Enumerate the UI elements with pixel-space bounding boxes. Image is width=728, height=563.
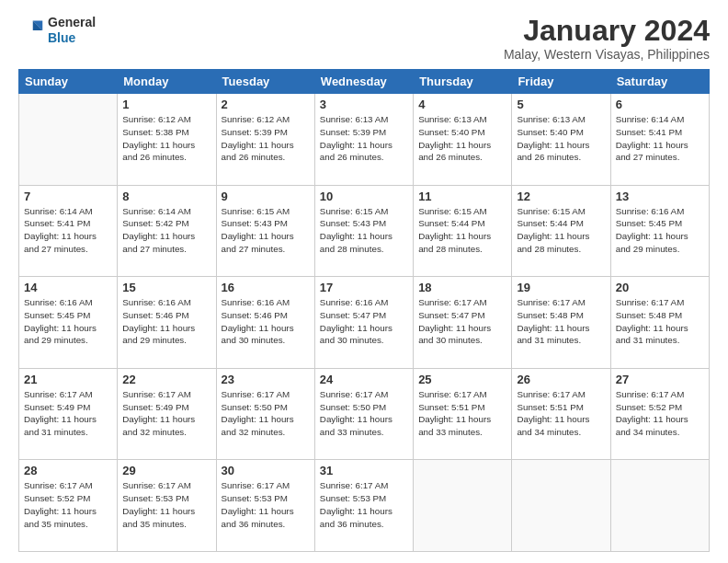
calendar-cell: 3Sunrise: 6:13 AM Sunset: 5:39 PM Daylig… <box>314 94 413 186</box>
calendar-cell: 21Sunrise: 6:17 AM Sunset: 5:49 PM Dayli… <box>19 368 118 460</box>
day-info: Sunrise: 6:12 AM Sunset: 5:38 PM Dayligh… <box>122 113 210 164</box>
calendar-cell: 11Sunrise: 6:15 AM Sunset: 5:44 PM Dayli… <box>414 185 512 277</box>
calendar-cell: 4Sunrise: 6:13 AM Sunset: 5:40 PM Daylig… <box>414 94 512 186</box>
calendar-cell: 30Sunrise: 6:17 AM Sunset: 5:53 PM Dayli… <box>216 460 314 552</box>
day-number: 1 <box>122 98 210 111</box>
calendar-cell: 14Sunrise: 6:16 AM Sunset: 5:45 PM Dayli… <box>19 277 118 369</box>
subtitle: Malay, Western Visayas, Philippines <box>504 47 710 62</box>
day-number: 30 <box>222 464 310 477</box>
calendar-cell: 1Sunrise: 6:12 AM Sunset: 5:38 PM Daylig… <box>118 94 216 186</box>
col-tuesday: Tuesday <box>216 70 314 94</box>
day-number: 25 <box>418 373 506 386</box>
day-number: 22 <box>122 373 210 386</box>
day-number: 29 <box>122 464 210 477</box>
day-info: Sunrise: 6:16 AM Sunset: 5:45 PM Dayligh… <box>24 296 112 347</box>
day-number: 12 <box>517 190 605 203</box>
day-number: 7 <box>24 190 112 203</box>
day-info: Sunrise: 6:14 AM Sunset: 5:41 PM Dayligh… <box>24 205 112 256</box>
calendar-cell: 27Sunrise: 6:17 AM Sunset: 5:52 PM Dayli… <box>610 368 709 460</box>
calendar-cell: 20Sunrise: 6:17 AM Sunset: 5:48 PM Dayli… <box>610 277 709 369</box>
day-number: 23 <box>222 373 310 386</box>
calendar-row-2: 14Sunrise: 6:16 AM Sunset: 5:45 PM Dayli… <box>19 277 710 369</box>
calendar-cell <box>610 460 709 552</box>
calendar-row-0: 1Sunrise: 6:12 AM Sunset: 5:38 PM Daylig… <box>19 94 710 186</box>
day-info: Sunrise: 6:13 AM Sunset: 5:40 PM Dayligh… <box>517 113 605 164</box>
day-info: Sunrise: 6:17 AM Sunset: 5:53 PM Dayligh… <box>222 479 310 530</box>
calendar-cell: 6Sunrise: 6:14 AM Sunset: 5:41 PM Daylig… <box>610 94 709 186</box>
logo-icon <box>18 17 44 43</box>
day-info: Sunrise: 6:17 AM Sunset: 5:51 PM Dayligh… <box>418 388 506 439</box>
day-number: 17 <box>320 281 408 294</box>
day-number: 18 <box>418 281 506 294</box>
day-number: 26 <box>517 373 605 386</box>
main-title: January 2024 <box>504 15 710 47</box>
calendar-cell: 2Sunrise: 6:12 AM Sunset: 5:39 PM Daylig… <box>216 94 314 186</box>
day-info: Sunrise: 6:17 AM Sunset: 5:49 PM Dayligh… <box>24 388 112 439</box>
calendar-cell: 25Sunrise: 6:17 AM Sunset: 5:51 PM Dayli… <box>414 368 512 460</box>
day-info: Sunrise: 6:17 AM Sunset: 5:48 PM Dayligh… <box>616 296 704 347</box>
logo-general: General <box>48 15 96 29</box>
day-number: 11 <box>418 190 506 203</box>
calendar-cell: 22Sunrise: 6:17 AM Sunset: 5:49 PM Dayli… <box>118 368 216 460</box>
day-number: 31 <box>320 464 408 477</box>
day-info: Sunrise: 6:13 AM Sunset: 5:39 PM Dayligh… <box>320 113 408 164</box>
day-number: 13 <box>616 190 704 203</box>
day-number: 5 <box>517 98 605 111</box>
title-section: January 2024 Malay, Western Visayas, Phi… <box>504 15 710 62</box>
day-info: Sunrise: 6:15 AM Sunset: 5:43 PM Dayligh… <box>320 205 408 256</box>
calendar-row-3: 21Sunrise: 6:17 AM Sunset: 5:49 PM Dayli… <box>19 368 710 460</box>
calendar-cell: 5Sunrise: 6:13 AM Sunset: 5:40 PM Daylig… <box>512 94 610 186</box>
calendar-cell: 23Sunrise: 6:17 AM Sunset: 5:50 PM Dayli… <box>216 368 314 460</box>
calendar-cell <box>414 460 512 552</box>
day-number: 3 <box>320 98 408 111</box>
page: General Blue January 2024 Malay, Western… <box>0 0 728 563</box>
logo: General Blue <box>18 15 96 46</box>
day-info: Sunrise: 6:17 AM Sunset: 5:49 PM Dayligh… <box>122 388 210 439</box>
day-info: Sunrise: 6:14 AM Sunset: 5:41 PM Dayligh… <box>616 113 704 164</box>
day-number: 19 <box>517 281 605 294</box>
calendar-cell: 13Sunrise: 6:16 AM Sunset: 5:45 PM Dayli… <box>610 185 709 277</box>
day-number: 16 <box>222 281 310 294</box>
day-number: 4 <box>418 98 506 111</box>
day-info: Sunrise: 6:15 AM Sunset: 5:44 PM Dayligh… <box>517 205 605 256</box>
calendar-cell: 24Sunrise: 6:17 AM Sunset: 5:50 PM Dayli… <box>314 368 413 460</box>
logo-text: General Blue <box>48 15 96 46</box>
day-info: Sunrise: 6:17 AM Sunset: 5:53 PM Dayligh… <box>122 479 210 530</box>
col-thursday: Thursday <box>414 70 512 94</box>
logo-blue: Blue <box>48 30 75 45</box>
day-number: 20 <box>616 281 704 294</box>
calendar-cell: 18Sunrise: 6:17 AM Sunset: 5:47 PM Dayli… <box>414 277 512 369</box>
calendar-cell: 29Sunrise: 6:17 AM Sunset: 5:53 PM Dayli… <box>118 460 216 552</box>
day-number: 9 <box>222 190 310 203</box>
day-number: 24 <box>320 373 408 386</box>
day-info: Sunrise: 6:15 AM Sunset: 5:43 PM Dayligh… <box>222 205 310 256</box>
calendar-row-1: 7Sunrise: 6:14 AM Sunset: 5:41 PM Daylig… <box>19 185 710 277</box>
calendar-cell: 26Sunrise: 6:17 AM Sunset: 5:51 PM Dayli… <box>512 368 610 460</box>
day-info: Sunrise: 6:17 AM Sunset: 5:47 PM Dayligh… <box>418 296 506 347</box>
day-info: Sunrise: 6:17 AM Sunset: 5:50 PM Dayligh… <box>222 388 310 439</box>
day-info: Sunrise: 6:17 AM Sunset: 5:52 PM Dayligh… <box>616 388 704 439</box>
calendar-cell: 28Sunrise: 6:17 AM Sunset: 5:52 PM Dayli… <box>19 460 118 552</box>
col-monday: Monday <box>118 70 216 94</box>
day-info: Sunrise: 6:16 AM Sunset: 5:46 PM Dayligh… <box>222 296 310 347</box>
col-friday: Friday <box>512 70 610 94</box>
day-number: 6 <box>616 98 704 111</box>
calendar-cell: 15Sunrise: 6:16 AM Sunset: 5:46 PM Dayli… <box>118 277 216 369</box>
calendar-cell: 10Sunrise: 6:15 AM Sunset: 5:43 PM Dayli… <box>314 185 413 277</box>
col-saturday: Saturday <box>610 70 709 94</box>
day-number: 2 <box>222 98 310 111</box>
day-number: 28 <box>24 464 112 477</box>
calendar-cell: 31Sunrise: 6:17 AM Sunset: 5:53 PM Dayli… <box>314 460 413 552</box>
col-wednesday: Wednesday <box>314 70 413 94</box>
day-number: 21 <box>24 373 112 386</box>
day-number: 27 <box>616 373 704 386</box>
calendar-cell: 19Sunrise: 6:17 AM Sunset: 5:48 PM Dayli… <box>512 277 610 369</box>
day-info: Sunrise: 6:15 AM Sunset: 5:44 PM Dayligh… <box>418 205 506 256</box>
day-info: Sunrise: 6:17 AM Sunset: 5:48 PM Dayligh… <box>517 296 605 347</box>
day-info: Sunrise: 6:17 AM Sunset: 5:52 PM Dayligh… <box>24 479 112 530</box>
calendar-cell <box>19 94 118 186</box>
calendar-cell: 9Sunrise: 6:15 AM Sunset: 5:43 PM Daylig… <box>216 185 314 277</box>
day-info: Sunrise: 6:16 AM Sunset: 5:45 PM Dayligh… <box>616 205 704 256</box>
day-info: Sunrise: 6:13 AM Sunset: 5:40 PM Dayligh… <box>418 113 506 164</box>
calendar-row-4: 28Sunrise: 6:17 AM Sunset: 5:52 PM Dayli… <box>19 460 710 552</box>
